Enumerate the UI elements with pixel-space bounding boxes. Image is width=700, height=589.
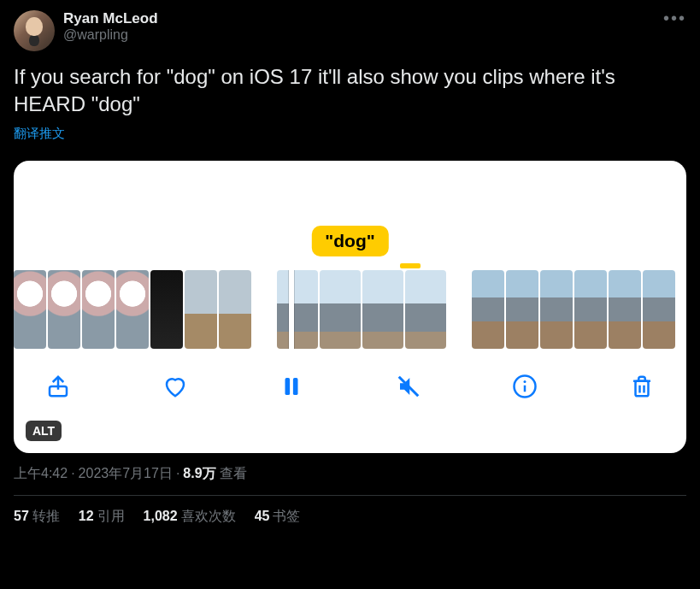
svg-rect-2 bbox=[293, 378, 298, 395]
video-thumb[interactable] bbox=[82, 270, 115, 349]
bookmarks-label: 书签 bbox=[273, 509, 300, 523]
info-button[interactable] bbox=[508, 369, 542, 403]
search-marker bbox=[400, 263, 421, 268]
svg-point-6 bbox=[524, 380, 526, 383]
pause-icon bbox=[279, 374, 304, 399]
media-header: "dog" bbox=[14, 161, 686, 270]
video-filmstrip[interactable] bbox=[14, 270, 686, 349]
pause-button[interactable] bbox=[274, 369, 309, 403]
video-thumb[interactable] bbox=[185, 270, 217, 349]
video-thumb[interactable] bbox=[506, 270, 538, 349]
views-label: 查看 bbox=[220, 466, 247, 480]
tweet-date[interactable]: 2023年7月17日 bbox=[79, 466, 173, 480]
video-thumb[interactable] bbox=[472, 270, 504, 349]
playhead[interactable] bbox=[289, 270, 294, 349]
share-button[interactable] bbox=[41, 369, 75, 403]
video-thumb[interactable] bbox=[405, 270, 446, 349]
more-button[interactable]: ••• bbox=[663, 9, 686, 28]
clip-group[interactable] bbox=[14, 270, 251, 349]
info-icon bbox=[512, 374, 538, 399]
video-thumb[interactable] bbox=[219, 270, 251, 349]
tweet-stats: 57转推 12引用 1,082喜欢次数 45书签 bbox=[14, 508, 686, 526]
tweet: ••• Ryan McLeod @warpling If you search … bbox=[0, 0, 700, 536]
retweets-label: 转推 bbox=[32, 509, 60, 523]
likes-stat[interactable]: 1,082喜欢次数 bbox=[144, 508, 236, 526]
tweet-time[interactable]: 上午4:42 bbox=[14, 466, 68, 480]
video-thumb[interactable] bbox=[150, 270, 183, 349]
heart-icon bbox=[162, 374, 188, 399]
quotes-count: 12 bbox=[79, 509, 94, 523]
delete-button[interactable] bbox=[625, 369, 659, 403]
translate-link[interactable]: 翻译推文 bbox=[14, 126, 65, 142]
video-thumb[interactable] bbox=[48, 270, 80, 349]
handle: @warpling bbox=[63, 27, 158, 43]
media-toolbar bbox=[14, 349, 686, 403]
bookmarks-count: 45 bbox=[255, 509, 270, 523]
share-icon bbox=[45, 374, 71, 399]
bookmarks-stat[interactable]: 45书签 bbox=[255, 508, 301, 526]
retweets-stat[interactable]: 57转推 bbox=[14, 508, 60, 526]
clip-group[interactable] bbox=[277, 270, 446, 349]
mute-button[interactable] bbox=[391, 369, 426, 403]
likes-count: 1,082 bbox=[144, 509, 178, 523]
quotes-label: 引用 bbox=[97, 509, 125, 523]
video-thumb[interactable] bbox=[540, 270, 573, 349]
likes-label: 喜欢次数 bbox=[181, 509, 236, 523]
clip-group[interactable] bbox=[472, 270, 675, 349]
video-thumb[interactable] bbox=[116, 270, 149, 349]
media-card[interactable]: "dog" bbox=[14, 161, 686, 453]
video-thumb[interactable] bbox=[320, 270, 361, 349]
tweet-meta: 上午4:42·2023年7月17日·8.9万 查看 bbox=[14, 465, 686, 483]
alt-badge[interactable]: ALT bbox=[26, 421, 62, 441]
svg-rect-7 bbox=[635, 381, 648, 397]
search-result-tag: "dog" bbox=[311, 226, 388, 256]
display-name: Ryan McLeod bbox=[63, 10, 158, 27]
video-thumb[interactable] bbox=[609, 270, 641, 349]
divider bbox=[14, 495, 686, 496]
video-thumb[interactable] bbox=[14, 270, 46, 349]
video-thumb[interactable] bbox=[643, 270, 675, 349]
retweets-count: 57 bbox=[14, 509, 29, 523]
like-button[interactable] bbox=[158, 369, 192, 403]
views-count: 8.9万 bbox=[183, 466, 215, 480]
svg-rect-1 bbox=[285, 378, 291, 395]
trash-icon bbox=[629, 374, 655, 399]
video-thumb[interactable] bbox=[574, 270, 607, 349]
tweet-text: If you search for "dog" on iOS 17 it'll … bbox=[14, 63, 686, 119]
author-block[interactable]: Ryan McLeod @warpling bbox=[63, 10, 158, 43]
video-thumb[interactable] bbox=[277, 270, 318, 349]
avatar[interactable] bbox=[14, 10, 55, 51]
mute-icon bbox=[396, 374, 421, 399]
video-thumb[interactable] bbox=[362, 270, 403, 349]
tweet-header: Ryan McLeod @warpling bbox=[14, 10, 686, 51]
quotes-stat[interactable]: 12引用 bbox=[79, 508, 125, 526]
